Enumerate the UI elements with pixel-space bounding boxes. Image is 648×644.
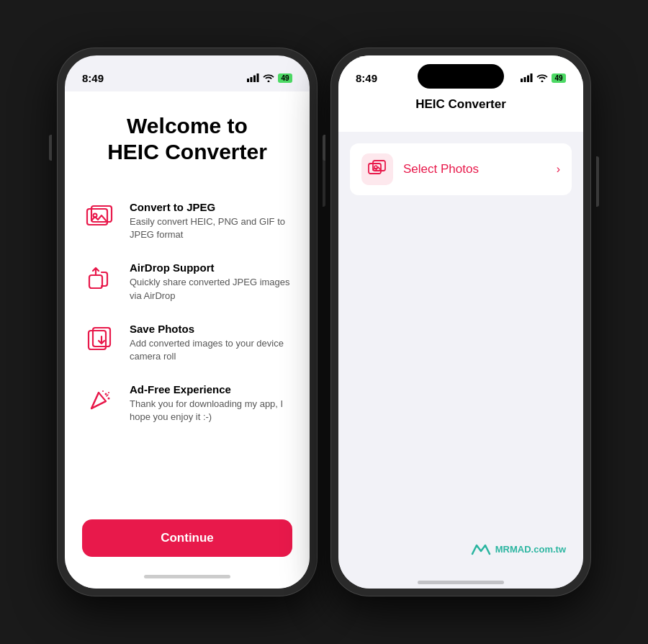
status-icons-left: 49: [247, 73, 292, 83]
feature-desc-save: Add converted images to your device came…: [130, 337, 292, 363]
home-indicator-left: [65, 564, 310, 589]
feature-item-airdrop: AirDrop Support Quickly share converted …: [82, 261, 292, 302]
status-time-right: 8:49: [356, 72, 377, 84]
select-photos-item[interactable]: Select Photos ›: [350, 143, 572, 195]
mrmad-logo-icon: [471, 542, 491, 555]
convert-icon: [82, 201, 117, 236]
nav-title: HEIC Converter: [338, 91, 583, 123]
feature-desc-convert: Easily convert HEIC, PNG and GIF to JPEG…: [130, 215, 292, 241]
feature-title-convert: Convert to JPEG: [130, 201, 292, 213]
feature-text-adfree: Ad-Free Experience Thank you for downloa…: [130, 383, 292, 424]
svg-rect-15: [524, 77, 526, 82]
svg-rect-17: [531, 73, 533, 82]
svg-point-13: [102, 390, 104, 392]
home-bar-left: [144, 575, 230, 578]
svg-point-12: [108, 392, 109, 393]
status-icons-right: 49: [521, 73, 566, 83]
feature-text-save: Save Photos Add converted images to your…: [130, 323, 292, 363]
signal-icon-right: [521, 73, 533, 82]
status-bar-right: 8:49 49: [338, 55, 583, 91]
battery-left: 49: [278, 73, 292, 83]
select-photos-label: Select Photos: [403, 162, 546, 176]
status-bar-left: 8:49 49: [65, 55, 310, 91]
home-indicator-right: [338, 570, 583, 589]
phone-left: 8:49 49 Welcome: [58, 48, 317, 596]
party-icon: [82, 383, 117, 418]
svg-rect-14: [521, 79, 523, 82]
svg-rect-16: [527, 76, 529, 83]
feature-item-convert: Convert to JPEG Easily convert HEIC, PNG…: [82, 201, 292, 241]
svg-point-10: [105, 393, 107, 395]
continue-button[interactable]: Continue: [82, 519, 292, 557]
feature-item-adfree: Ad-Free Experience Thank you for downloa…: [82, 383, 292, 424]
dynamic-island: [418, 64, 504, 89]
svg-rect-3: [257, 73, 259, 82]
feature-title-adfree: Ad-Free Experience: [130, 383, 292, 395]
feature-title-save: Save Photos: [130, 323, 292, 335]
brand-label: MRMAD.com.tw: [495, 544, 566, 555]
phone-right: 8:49 49 HEIC Converter: [331, 48, 590, 596]
svg-rect-7: [89, 275, 102, 288]
save-icon: [82, 323, 117, 357]
chevron-right-icon: ›: [557, 163, 560, 176]
status-time-left: 8:49: [82, 72, 104, 84]
battery-right: 49: [552, 73, 566, 83]
feature-list: Convert to JPEG Easily convert HEIC, PNG…: [82, 201, 292, 498]
feature-desc-adfree: Thank you for downloading my app, I hope…: [130, 398, 292, 424]
wifi-icon: [263, 73, 274, 82]
airdrop-icon: [82, 261, 117, 296]
svg-rect-1: [251, 77, 253, 82]
signal-icon: [247, 73, 259, 82]
svg-rect-0: [247, 79, 249, 82]
feature-desc-airdrop: Quickly share converted JPEG images via …: [130, 276, 292, 302]
photos-icon: [368, 160, 387, 179]
svg-point-11: [108, 398, 110, 400]
wifi-icon-right: [536, 73, 548, 82]
svg-rect-2: [253, 76, 256, 83]
home-bar-right: [418, 581, 504, 584]
welcome-title: Welcome to HEIC Converter: [82, 113, 292, 165]
feature-item-save: Save Photos Add converted images to your…: [82, 323, 292, 363]
select-photos-icon-wrap: [361, 153, 393, 185]
brand-footer: MRMAD.com.tw: [471, 542, 566, 555]
feature-title-airdrop: AirDrop Support: [130, 261, 292, 274]
feature-text-convert: Convert to JPEG Easily convert HEIC, PNG…: [130, 201, 292, 241]
feature-text-airdrop: AirDrop Support Quickly share converted …: [130, 261, 292, 302]
